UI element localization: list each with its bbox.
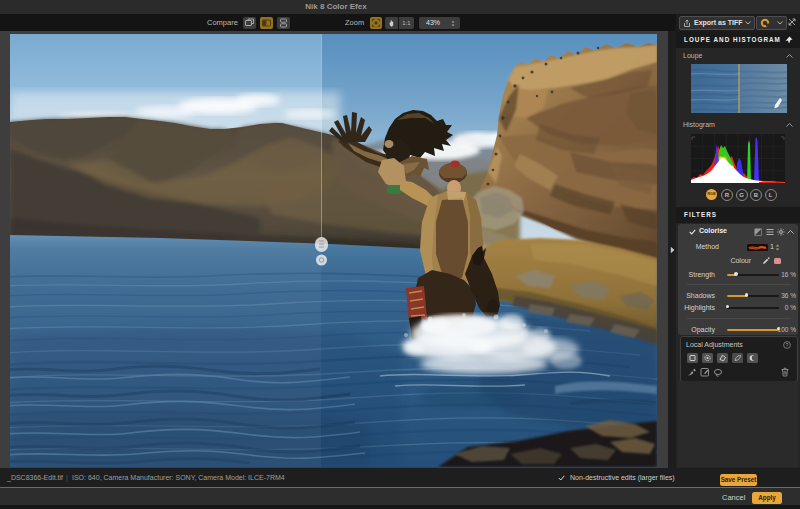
svg-text:?: ?: [786, 342, 789, 348]
